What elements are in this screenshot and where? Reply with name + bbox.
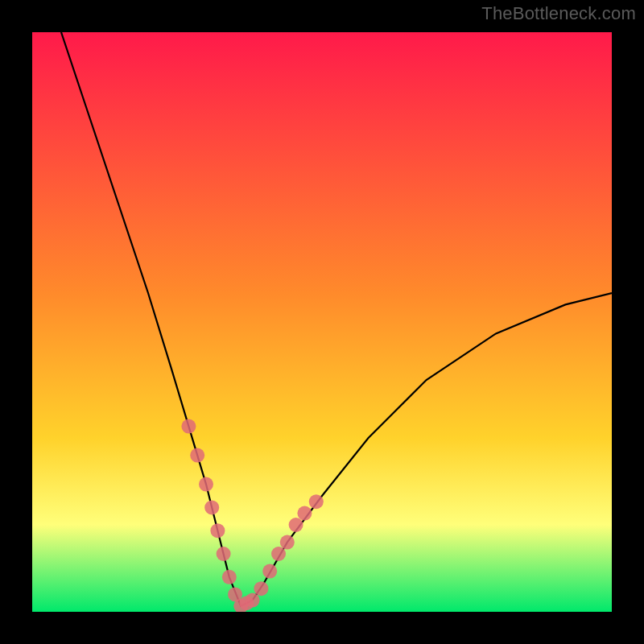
highlight-dot <box>190 448 204 463</box>
highlight-dot <box>271 547 286 561</box>
highlight-dot <box>254 581 268 596</box>
highlight-dot <box>199 477 213 492</box>
highlight-dot <box>217 547 231 561</box>
highlight-dot <box>309 494 324 509</box>
highlight-dot <box>222 570 237 584</box>
bottleneck-chart <box>32 32 612 612</box>
highlight-dot <box>262 564 277 579</box>
highlight-dot <box>181 419 196 434</box>
highlight-dot <box>289 518 303 532</box>
highlight-dot <box>297 506 312 521</box>
chart-frame: { "watermark": "TheBottleneck.com", "col… <box>0 0 644 644</box>
highlight-dot <box>210 523 225 538</box>
highlight-dot <box>246 593 260 608</box>
highlight-dot <box>204 500 219 514</box>
highlight-dot <box>280 535 295 550</box>
watermark-text: TheBottleneck.com <box>481 3 636 24</box>
